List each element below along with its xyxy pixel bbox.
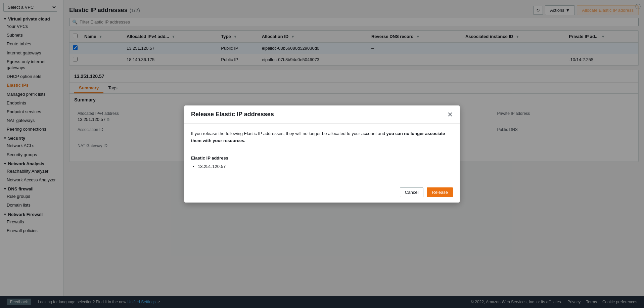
modal-ip-list: 13.251.120.57 <box>191 163 453 170</box>
release-modal: Release Elastic IP addresses ✕ If you re… <box>184 105 460 203</box>
modal-header: Release Elastic IP addresses ✕ <box>184 105 460 124</box>
modal-close-button[interactable]: ✕ <box>447 111 453 118</box>
modal-ip-item: 13.251.120.57 <box>198 163 453 170</box>
modal-body: If you release the following Elastic IP … <box>184 124 460 182</box>
modal-overlay: Release Elastic IP addresses ✕ If you re… <box>64 0 644 296</box>
release-button[interactable]: Release <box>427 187 453 197</box>
modal-description: If you release the following Elastic IP … <box>191 130 453 144</box>
modal-section-title: Elastic IP address <box>191 156 453 161</box>
main-content: ⓘ Elastic IP addresses (1/2) ↻ Actions ▼… <box>64 0 644 296</box>
cancel-button[interactable]: Cancel <box>400 187 423 197</box>
modal-title: Release Elastic IP addresses <box>191 111 274 118</box>
modal-footer: Cancel Release <box>184 182 460 203</box>
modal-divider <box>191 150 453 150</box>
